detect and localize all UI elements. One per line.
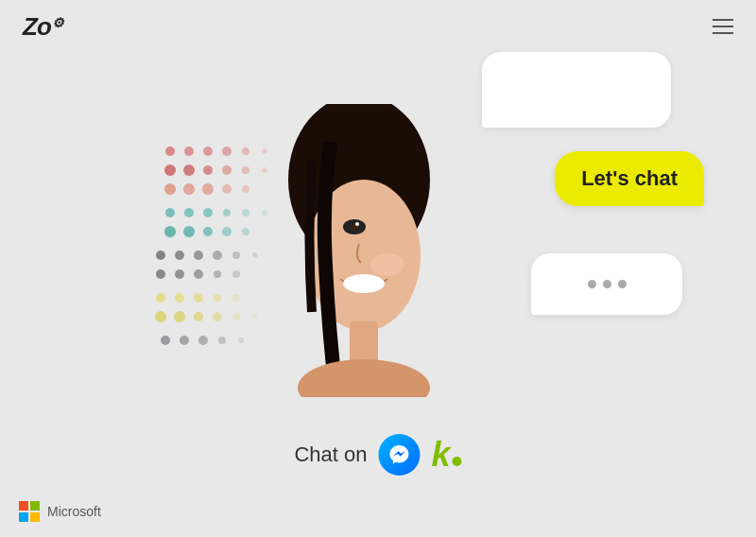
svg-point-12: [164, 183, 176, 195]
svg-point-14: [202, 183, 214, 195]
avatar-container: [180, 95, 463, 416]
svg-point-25: [203, 227, 213, 236]
svg-point-6: [164, 165, 176, 176]
chat-on-label: Chat on: [294, 442, 367, 467]
typing-dot-2: [603, 280, 611, 288]
footer: Microsoft: [19, 501, 101, 522]
svg-point-36: [194, 269, 203, 279]
svg-point-1: [184, 147, 194, 156]
svg-point-48: [232, 313, 240, 320]
svg-point-46: [194, 312, 203, 321]
svg-point-19: [203, 208, 213, 217]
svg-point-17: [165, 208, 175, 217]
ms-square-yellow: [30, 512, 40, 522]
messenger-icon: [388, 443, 411, 466]
kik-logo-dot: [453, 457, 462, 466]
ms-square-blue: [19, 512, 28, 522]
svg-point-63: [298, 359, 430, 397]
ms-square-green: [30, 501, 40, 511]
bubble-typing: [531, 253, 682, 315]
svg-point-39: [156, 293, 165, 303]
svg-point-61: [370, 253, 404, 276]
svg-point-44: [155, 311, 166, 322]
svg-point-50: [161, 336, 170, 345]
svg-point-23: [164, 226, 176, 237]
microsoft-label: Microsoft: [47, 504, 101, 519]
bubble-text: Let's chat: [581, 166, 678, 190]
microsoft-logo: [19, 501, 40, 522]
svg-point-4: [242, 147, 249, 155]
svg-point-47: [213, 312, 222, 321]
svg-point-20: [223, 209, 231, 217]
svg-point-37: [214, 270, 221, 278]
svg-point-3: [222, 147, 232, 156]
svg-point-13: [183, 183, 195, 195]
svg-point-45: [174, 311, 185, 322]
svg-point-53: [218, 337, 226, 344]
svg-point-9: [222, 165, 232, 175]
svg-point-0: [165, 147, 175, 156]
bubble-lets-chat: Let's chat: [555, 151, 704, 206]
svg-point-30: [194, 251, 203, 260]
svg-point-41: [194, 293, 203, 303]
svg-point-31: [213, 251, 222, 260]
svg-point-60: [343, 274, 385, 293]
bubble-top: [482, 52, 671, 128]
kik-logo-text: k: [432, 438, 451, 472]
svg-point-34: [156, 269, 165, 279]
svg-point-26: [222, 227, 232, 236]
svg-point-54: [238, 338, 244, 343]
svg-point-40: [175, 293, 184, 303]
svg-point-15: [222, 184, 232, 194]
svg-point-42: [214, 294, 221, 302]
typing-dot-1: [588, 280, 596, 288]
svg-point-18: [184, 208, 194, 217]
svg-point-24: [183, 226, 195, 237]
svg-point-28: [156, 251, 165, 260]
svg-point-51: [180, 336, 189, 345]
chat-on-section: Chat on k: [294, 434, 461, 476]
svg-point-35: [175, 269, 184, 279]
svg-point-7: [183, 165, 195, 176]
svg-point-21: [242, 209, 249, 217]
kik-button[interactable]: k: [432, 438, 462, 472]
face-image: [255, 104, 444, 397]
messenger-button[interactable]: [379, 434, 421, 476]
svg-point-32: [232, 251, 240, 259]
svg-point-52: [198, 336, 208, 345]
svg-point-8: [203, 165, 213, 175]
typing-dot-3: [618, 280, 627, 288]
svg-point-2: [203, 147, 213, 156]
svg-point-38: [232, 270, 240, 278]
svg-point-27: [242, 228, 249, 235]
svg-point-59: [355, 222, 359, 226]
ms-square-red: [19, 501, 28, 511]
svg-point-16: [242, 185, 249, 193]
svg-point-10: [242, 166, 249, 174]
svg-point-43: [232, 294, 240, 302]
svg-point-29: [175, 251, 184, 260]
